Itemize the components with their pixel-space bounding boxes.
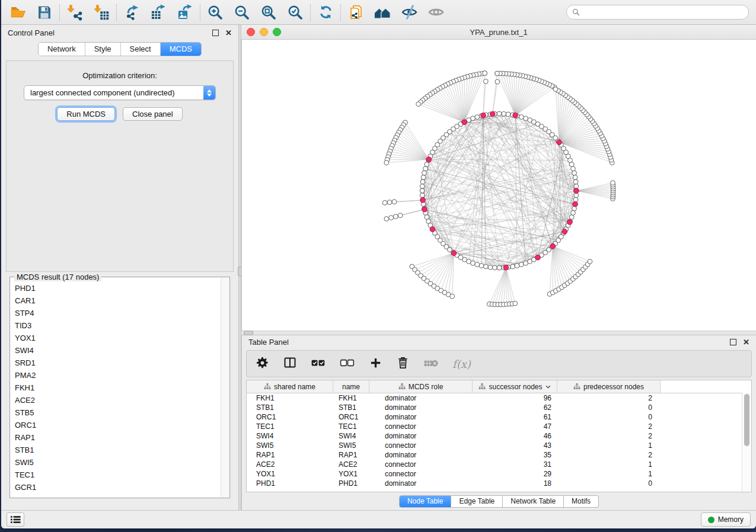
network-node[interactable] bbox=[588, 259, 592, 264]
tab-network[interactable]: Network bbox=[39, 43, 85, 56]
network-node[interactable] bbox=[497, 265, 502, 270]
network-node[interactable] bbox=[475, 262, 480, 267]
network-node[interactable] bbox=[502, 111, 506, 116]
float-panel-icon[interactable] bbox=[212, 30, 219, 36]
network-node[interactable] bbox=[569, 215, 574, 220]
hide-annotations-button[interactable] bbox=[400, 3, 419, 22]
tab-node-table[interactable]: Node Table bbox=[399, 495, 452, 508]
mcds-result-item[interactable]: ORC1 bbox=[15, 419, 229, 431]
show-annotations-button[interactable] bbox=[426, 3, 445, 22]
column-header-predecessor-nodes[interactable]: predecessor nodes bbox=[557, 380, 661, 393]
network-node[interactable] bbox=[574, 184, 579, 189]
mcds-node[interactable] bbox=[562, 229, 567, 235]
network-node[interactable] bbox=[420, 188, 425, 193]
table-row[interactable]: YOX1YOX1connector291 bbox=[247, 469, 751, 479]
column-header-name[interactable]: name bbox=[333, 380, 369, 393]
tab-style[interactable]: Style bbox=[85, 43, 121, 56]
minimize-window-icon[interactable] bbox=[260, 28, 268, 36]
mcds-node[interactable] bbox=[481, 113, 486, 118]
tab-mcds[interactable]: MCDS bbox=[161, 43, 201, 56]
network-node[interactable] bbox=[420, 180, 425, 184]
network-node[interactable] bbox=[423, 166, 428, 171]
mcds-node[interactable] bbox=[430, 227, 435, 232]
network-node[interactable] bbox=[425, 162, 429, 167]
show-all-columns-button[interactable] bbox=[311, 355, 326, 373]
save-session-button[interactable] bbox=[35, 3, 54, 22]
network-node[interactable] bbox=[384, 217, 389, 222]
mcds-result-item[interactable]: TID3 bbox=[15, 319, 229, 332]
network-node[interactable] bbox=[483, 71, 487, 76]
mcds-result-item[interactable]: TEC1 bbox=[15, 469, 229, 481]
network-node[interactable] bbox=[392, 200, 397, 204]
export-network-button[interactable] bbox=[122, 3, 141, 22]
zoom-selected-button[interactable] bbox=[286, 3, 305, 22]
network-node[interactable] bbox=[393, 214, 398, 219]
mcds-result-item[interactable]: PMA2 bbox=[15, 369, 229, 382]
memory-button[interactable]: Memory bbox=[701, 512, 751, 527]
table-row[interactable]: ACE2ACE2connector311 bbox=[247, 460, 751, 469]
network-node[interactable] bbox=[611, 181, 615, 185]
mcds-result-item[interactable]: PHD1 bbox=[15, 282, 229, 294]
network-node[interactable] bbox=[524, 116, 528, 121]
mcds-result-item[interactable]: RAP1 bbox=[15, 431, 229, 444]
close-panel-icon[interactable]: ✕ bbox=[225, 29, 232, 37]
mcds-node[interactable] bbox=[550, 243, 556, 249]
network-canvas[interactable] bbox=[241, 40, 756, 331]
zoom-fit-button[interactable] bbox=[259, 3, 278, 22]
maximize-window-icon[interactable] bbox=[273, 28, 281, 36]
table-scrollbar[interactable] bbox=[742, 393, 751, 492]
mcds-result-scrollbar[interactable] bbox=[221, 278, 229, 497]
network-node[interactable] bbox=[571, 210, 576, 215]
table-row[interactable]: PHD1PHD1dominator180 bbox=[247, 479, 751, 488]
network-node[interactable] bbox=[471, 261, 476, 265]
mcds-node[interactable] bbox=[574, 188, 579, 194]
network-graph[interactable] bbox=[242, 40, 756, 331]
float-table-panel-icon[interactable] bbox=[730, 339, 736, 345]
network-node[interactable] bbox=[493, 265, 497, 270]
close-panel-button[interactable]: Close panel bbox=[123, 107, 183, 121]
delete-column-button[interactable] bbox=[423, 355, 439, 373]
mcds-node[interactable] bbox=[567, 220, 573, 225]
import-table-button[interactable] bbox=[92, 3, 111, 22]
mcds-node[interactable] bbox=[557, 140, 562, 145]
mcds-result-item[interactable]: ACE2 bbox=[15, 394, 229, 406]
network-node[interactable] bbox=[484, 264, 489, 269]
home-button[interactable] bbox=[373, 3, 392, 22]
show-menu-button[interactable] bbox=[7, 512, 24, 527]
network-node[interactable] bbox=[495, 71, 500, 76]
table-scrollbar-thumb[interactable] bbox=[744, 394, 749, 446]
table-row[interactable]: ORC1ORC1dominator610 bbox=[247, 412, 751, 422]
zoom-in-button[interactable] bbox=[206, 3, 225, 22]
mcds-node[interactable] bbox=[535, 255, 541, 260]
search-input[interactable] bbox=[583, 8, 743, 17]
mcds-result-item[interactable]: CAR1 bbox=[15, 294, 229, 307]
mcds-result-item[interactable]: STB1 bbox=[15, 444, 229, 456]
network-node[interactable] bbox=[519, 262, 524, 267]
mcds-node[interactable] bbox=[426, 157, 432, 162]
network-node[interactable] bbox=[483, 79, 488, 84]
network-node[interactable] bbox=[573, 197, 578, 202]
mcds-result-item[interactable]: SWI5 bbox=[15, 456, 229, 469]
mcds-result-item[interactable]: YOX1 bbox=[15, 332, 229, 344]
export-image-button[interactable] bbox=[176, 3, 194, 22]
network-node[interactable] bbox=[389, 216, 394, 220]
open-file-button[interactable] bbox=[8, 3, 27, 22]
network-node[interactable] bbox=[553, 87, 558, 92]
mcds-node[interactable] bbox=[490, 111, 495, 117]
horizontal-splitter[interactable] bbox=[241, 331, 756, 335]
network-node[interactable] bbox=[382, 200, 387, 205]
table-row[interactable]: FKH1FKH1dominator962 bbox=[247, 393, 751, 403]
tab-edge-table[interactable]: Edge Table bbox=[451, 495, 503, 508]
tab-select[interactable]: Select bbox=[121, 43, 161, 56]
network-node[interactable] bbox=[475, 115, 480, 120]
hide-all-columns-button[interactable] bbox=[340, 355, 355, 373]
column-header-successor-nodes[interactable]: successor nodes bbox=[473, 380, 557, 393]
network-node[interactable] bbox=[495, 79, 500, 84]
network-node[interactable] bbox=[574, 193, 579, 198]
mcds-node[interactable] bbox=[451, 251, 457, 256]
network-node[interactable] bbox=[513, 301, 518, 306]
mcds-node[interactable] bbox=[503, 265, 509, 270]
add-column-button[interactable] bbox=[369, 356, 382, 372]
mcds-node[interactable] bbox=[420, 198, 426, 203]
table-settings-button[interactable] bbox=[256, 356, 269, 372]
